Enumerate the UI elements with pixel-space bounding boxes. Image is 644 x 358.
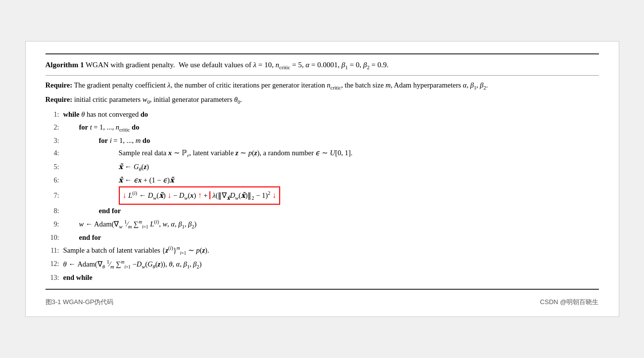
algorithm-box: Algorithm 1 WGAN with gradient penalty. … (46, 53, 599, 290)
algo-line-9: 9: w ← Adam(∇w 1⁄m ∑mi=1 L(i), w, α, β1,… (46, 218, 599, 231)
line-content-3: for i = 1, ..., m do (99, 134, 599, 147)
algo-line-10: 10: end for (46, 231, 599, 244)
line-num-12: 12: (46, 258, 59, 270)
require-1-label: Require: (46, 81, 73, 89)
algo-line-4: 4: Sample real data x ∼ ℙr, latent varia… (46, 147, 599, 160)
line-num-4: 4: (46, 147, 59, 160)
algo-line-5: 5: x̃ ← Gθ(z) (46, 161, 599, 174)
red-arrow-left: ↓ (123, 191, 127, 199)
line-content-10: end for (79, 231, 599, 244)
require-1: Require: The gradient penalty coefficien… (46, 80, 599, 92)
line-num-11: 11: (46, 245, 59, 257)
line-content-11: Sample a batch of latent variables {z(i)… (63, 244, 599, 257)
algo-line-11: 11: Sample a batch of latent variables {… (46, 244, 599, 257)
line-content-9: w ← Adam(∇w 1⁄m ∑mi=1 L(i), w, α, β1, β2… (79, 218, 599, 231)
line-content-8: end for (99, 205, 599, 217)
line-num-10: 10: (46, 232, 59, 244)
line-content-5: x̃ ← Gθ(z) (119, 161, 599, 174)
algo-line-2: 2: for t = 1, ..., ncritic do (46, 121, 599, 134)
line-content-13: end while (63, 271, 599, 284)
line-num-13: 13: (46, 272, 59, 284)
require-2: Require: initial critic parameters w0, i… (46, 94, 599, 107)
line-content-12: θ ← Adam(∇θ 1⁄m ∑mi=1 −Dw(Gθ(z)), θ, α, … (63, 258, 599, 271)
line-num-1: 1: (46, 109, 59, 121)
line-num-8: 8: (46, 205, 59, 218)
line-num-6: 6: (46, 175, 59, 187)
require-2-text: initial critic parameters w0, initial ge… (74, 95, 242, 103)
algo-lines: 1: while θ has not converged do 2: for t… (46, 108, 599, 284)
figure-label: 图3-1 WGAN-GP伪代码 (46, 298, 114, 307)
red-arrow-right: ↓ (272, 191, 276, 199)
line-content-2: for t = 1, ..., ncritic do (79, 121, 599, 134)
page-container: Algorithm 1 WGAN with gradient penalty. … (25, 41, 619, 317)
algo-line-3: 3: for i = 1, ..., m do (46, 134, 599, 147)
source-label: CSDN @明朝百晓生 (540, 298, 599, 307)
line-num-5: 5: (46, 161, 59, 174)
line-content-7: ↓ L(i) ← Dw(x̃) ↓ − Dw(x) ↑ + λ(‖∇x̂Dw(x… (119, 186, 599, 205)
line-num-3: 3: (46, 135, 59, 147)
red-arrow-mid2: ↑ (198, 191, 202, 199)
algo-line-8: 8: end for (46, 205, 599, 218)
line-content-1: while θ has not converged do (63, 108, 599, 121)
algo-line-12: 12: θ ← Adam(∇θ 1⁄m ∑mi=1 −Dw(Gθ(z)), θ,… (46, 258, 599, 271)
algorithm-desc: WGAN with gradient penalty. We use defau… (86, 61, 389, 69)
line-num-2: 2: (46, 122, 59, 134)
line-content-6: x̂ ← ϵx + (1 − ϵ)x̃ (119, 174, 599, 186)
highlighted-formula: ↓ L(i) ← Dw(x̃) ↓ − Dw(x) ↑ + λ(‖∇x̂Dw(x… (119, 186, 280, 205)
line-content-4: Sample real data x ∼ ℙr, latent variable… (119, 147, 599, 160)
caption-bar: 图3-1 WGAN-GP伪代码 CSDN @明朝百晓生 (46, 298, 599, 307)
red-arrow-mid1: ↓ (167, 191, 171, 199)
algo-line-7: 7: ↓ L(i) ← Dw(x̃) ↓ − Dw(x) ↑ + λ(‖∇x̂D… (46, 186, 599, 205)
algorithm-number: Algorithm 1 (46, 61, 84, 69)
algo-line-13: 13: end while (46, 271, 599, 284)
algo-line-1: 1: while θ has not converged do (46, 108, 599, 121)
require-2-label: Require: (46, 95, 73, 103)
algorithm-title: Algorithm 1 WGAN with gradient penalty. … (46, 59, 599, 76)
line-num-7: 7: (46, 190, 59, 202)
require-1-text: The gradient penalty coefficient λ, the … (74, 81, 488, 89)
algo-line-6: 6: x̂ ← ϵx + (1 − ϵ)x̃ (46, 174, 599, 187)
line-num-9: 9: (46, 219, 59, 231)
